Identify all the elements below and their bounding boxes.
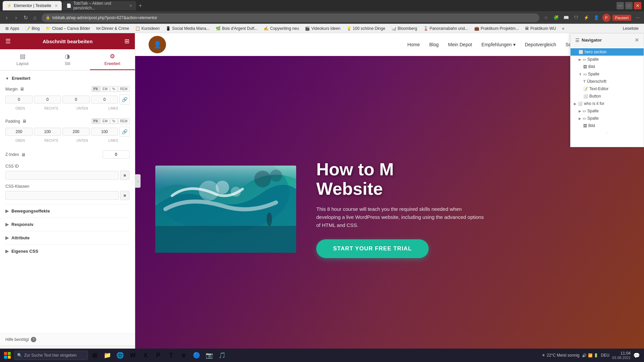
responsiv-header[interactable]: ▶ Responsiv <box>5 222 129 227</box>
tab-erweitert[interactable]: ⚙ Erweitert <box>90 49 135 70</box>
nav-home[interactable]: Home <box>407 42 420 47</box>
bewegungseffekte-header[interactable]: ▶ Bewegungseffekte <box>5 208 129 214</box>
bookmark-copywriting[interactable]: ✍ Copywriting neu <box>261 25 302 32</box>
padding-rechts-input[interactable] <box>34 128 61 136</box>
taskbar-browser-app[interactable]: 🌐 <box>114 349 126 361</box>
navigator-button[interactable]: ⬜ Button <box>571 93 644 100</box>
taskbar-weather[interactable]: ☀ 22°C Meist sonnig <box>542 353 580 358</box>
bookmark-social[interactable]: 📱 Social Media Mana... <box>163 25 212 32</box>
nav-depotvergleich[interactable]: Depotvergleich <box>525 42 556 47</box>
z-index-input[interactable] <box>103 150 129 159</box>
navigator-close-button[interactable]: ✕ <box>635 37 639 43</box>
margin-unit-percent[interactable]: % <box>110 86 117 92</box>
taskbar-start-button[interactable] <box>1 349 13 361</box>
bookmark-praktikum[interactable]: 💼 Praktikum Projektm... <box>472 25 522 32</box>
reader-button[interactable]: 📖 <box>562 14 570 22</box>
taskbar-excel-app[interactable]: X <box>140 349 152 361</box>
padding-unit-px[interactable]: PX <box>92 118 100 124</box>
bookmark-bloomberg[interactable]: 📊 Bloomberg <box>389 25 420 32</box>
margin-oben-input[interactable] <box>5 96 33 104</box>
chrome-ext-button[interactable]: ⚡ <box>582 14 590 22</box>
margin-links-input[interactable] <box>91 96 118 104</box>
bookmark-bois[interactable]: 🌿 Bois d'Argent Duft... <box>213 25 260 32</box>
navigator-spalte-2[interactable]: ▼ ▭ Spalte <box>571 70 644 78</box>
tab-tobitalk[interactable]: 📄 TobiTalk – Aktien und persönlich... ✕ <box>62 1 136 10</box>
navigator-who-is-it-for[interactable]: ▶ ⬜ who is it for <box>571 100 644 107</box>
bookmark-100dinge[interactable]: 💡 100 schöne Dinge <box>344 25 388 32</box>
tab-stil[interactable]: ◑ Stil <box>45 49 90 70</box>
navigator-text-editor[interactable]: 📝 Text-Editor <box>571 85 644 93</box>
navigator-hero-section[interactable]: ▼ ⬜ hero section <box>571 48 644 56</box>
padding-unten-input[interactable] <box>62 128 90 136</box>
css-klassen-icon-btn[interactable]: ≡ <box>120 191 129 200</box>
tab-layout[interactable]: ▤ Layout <box>0 49 45 70</box>
forward-button[interactable]: › <box>12 14 20 22</box>
eigenes-css-header[interactable]: ▶ Eigenes CSS <box>5 249 129 254</box>
margin-unit-rem[interactable]: REM <box>118 86 129 92</box>
padding-links-input[interactable] <box>91 128 118 136</box>
back-button[interactable]: ‹ <box>3 14 11 22</box>
nav-mein-depot[interactable]: Mein Depot <box>448 42 472 47</box>
cta-button[interactable]: START YOUR FREE TRIAL <box>316 239 429 258</box>
tab-close-elementor[interactable]: ✕ <box>55 4 58 8</box>
padding-unit-em[interactable]: EM <box>101 118 110 124</box>
system-icons[interactable]: 🔊 📶 🔋 <box>582 353 598 358</box>
margin-unten-input[interactable] <box>62 96 90 104</box>
padding-link-button[interactable]: 🔗 <box>119 127 129 137</box>
bookmark-kursideen[interactable]: 📋 Kursideen <box>132 25 162 32</box>
taskbar-notification[interactable]: 💬 <box>633 352 640 359</box>
taskbar-task-view[interactable]: ⊞ <box>89 349 101 361</box>
taskbar-teams-app[interactable]: T <box>165 349 177 361</box>
attribute-header[interactable]: ▶ Attribute <box>5 235 129 240</box>
sidebar-header-grid-icon[interactable]: ⊞ <box>124 38 129 45</box>
navigator-bild-2[interactable]: 🖼 Bild <box>571 122 644 129</box>
bookmark-leseliste[interactable]: Leseliste <box>620 25 641 32</box>
tab-close-tobitalk[interactable]: ✕ <box>129 4 132 8</box>
margin-unit-px[interactable]: PX <box>92 86 100 92</box>
star-button[interactable]: ☆ <box>542 14 550 22</box>
padding-unit-percent[interactable]: % <box>110 118 117 124</box>
bookmark-more[interactable]: » <box>559 25 567 32</box>
taskbar-word-app[interactable]: W <box>127 349 139 361</box>
navigator-spalte-1[interactable]: ▶ ▭ Spalte <box>571 56 644 63</box>
margin-rechts-input[interactable] <box>34 96 61 104</box>
url-bar[interactable]: 🔒 tobitalk.at/wp-admin/post.php?post=627… <box>42 13 539 22</box>
taskbar-chrome-app[interactable]: 🔵 <box>191 349 203 361</box>
css-id-icon-btn[interactable]: ≡ <box>120 171 129 180</box>
bookmark-praktikum-wu[interactable]: 🏛 Praktikum WU <box>522 25 559 32</box>
navigator-spalte-3[interactable]: ▶ ▭ Spalte <box>571 107 644 115</box>
taskbar-file-explorer[interactable]: 📁 <box>101 349 113 361</box>
css-id-input[interactable] <box>5 171 119 180</box>
bookmark-blog[interactable]: 📝 Blog <box>22 25 42 32</box>
profile-button[interactable]: P <box>602 14 610 22</box>
navigator-bild-1[interactable]: 🖼 Bild <box>571 63 644 70</box>
bookmark-panorama[interactable]: 🚡 Panoramabahn und... <box>421 25 471 32</box>
navigator-uberschrift[interactable]: T Überschrift <box>571 78 644 85</box>
shield-button[interactable]: 🛡 <box>572 14 580 22</box>
taskbar-search-bar[interactable]: 🔍 Zur Suche Text hier eingeben <box>14 351 88 360</box>
bookmark-videokurs[interactable]: 🎬 Videokurs Ideen <box>302 25 343 32</box>
close-button[interactable]: ✕ <box>634 2 641 9</box>
margin-link-button[interactable]: 🔗 <box>119 95 129 105</box>
maximize-button[interactable]: □ <box>625 2 633 9</box>
erweitert-section-arrow[interactable]: ▼ <box>5 76 9 80</box>
extensions-button[interactable]: 🧩 <box>552 14 560 22</box>
settings-button[interactable]: ⋯ <box>633 14 641 22</box>
taskbar-app-10[interactable]: 🎵 <box>216 349 228 361</box>
taskbar-edge-app[interactable]: e <box>178 349 190 361</box>
account-button[interactable]: 👤 <box>592 14 600 22</box>
bookmark-dinner[interactable]: 🍽 Dinner & Crime <box>94 25 132 32</box>
css-klassen-input[interactable] <box>5 191 119 200</box>
taskbar-clock[interactable]: 11:04 03.08.2021 <box>612 351 631 360</box>
padding-oben-input[interactable] <box>5 128 33 136</box>
bookmark-apps[interactable]: ⊞ Apps <box>3 25 22 32</box>
tab-elementor[interactable]: ⚡ Elementor | Testseite ✕ <box>3 1 62 10</box>
navigator-spalte-4[interactable]: ▶ ▭ Spalte <box>571 115 644 122</box>
minimize-button[interactable]: — <box>616 2 624 9</box>
pausiert-button[interactable]: Pausiert <box>612 15 631 21</box>
help-icon[interactable]: ? <box>31 337 36 342</box>
home-button[interactable]: ⌂ <box>31 14 39 22</box>
sidebar-collapse-toggle[interactable]: ‹ <box>135 174 141 188</box>
hamburger-icon[interactable]: ☰ <box>5 38 11 45</box>
new-tab-button[interactable]: + <box>137 2 144 9</box>
